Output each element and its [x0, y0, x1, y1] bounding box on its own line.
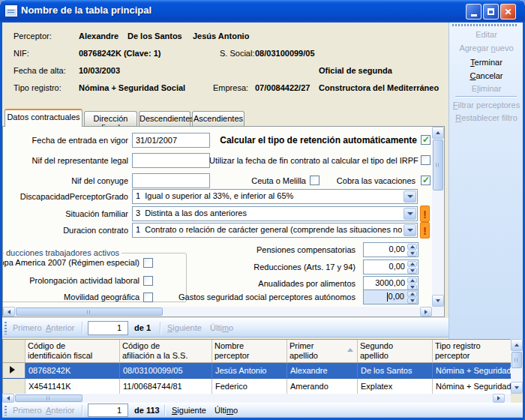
dropdown-button[interactable]	[404, 224, 416, 236]
editar-button[interactable]: Editar	[449, 30, 524, 39]
warning-icon[interactable]: !	[420, 222, 430, 238]
scroll-right-button[interactable]	[493, 394, 505, 403]
pensiones-input[interactable]: 0,00	[363, 242, 418, 257]
vscroll-thumb[interactable]	[512, 352, 522, 368]
column-header-cif[interactable]: Código deidentificaión fiscal	[26, 340, 120, 363]
column-header-tipo-registro[interactable]: Tipo registroperceptor	[433, 340, 512, 363]
nif-conyuge-input[interactable]	[132, 173, 210, 188]
cell-segundo-apellido[interactable]: De los Santos	[358, 363, 433, 379]
agregar-nuevo-button[interactable]: Agregar nuevo	[449, 44, 524, 52]
cell-primer-apellido[interactable]: Amerando	[287, 379, 358, 394]
spin-up-button[interactable]	[407, 244, 417, 250]
tab-descendientes[interactable]: Descendientes	[139, 111, 190, 127]
nav-position-input[interactable]: 1	[88, 404, 128, 417]
column-header-primer-apellido[interactable]: Primerapellido	[287, 340, 358, 363]
cell-nombre[interactable]: Federico	[212, 379, 287, 394]
column-header-afiliacion[interactable]: Código deafiliación a la S.S.	[120, 340, 212, 363]
table-row[interactable]: 08768242K 08/03100099/05 Jesús Antonio A…	[3, 363, 511, 379]
utilizar-fecha-checkbox[interactable]	[421, 155, 430, 165]
reducciones-input[interactable]: 0,00	[363, 260, 418, 274]
cell-afiliacion[interactable]: 08/03100099/05	[120, 363, 212, 379]
ss-label: S. Social:	[220, 49, 254, 58]
scroll-left-button[interactable]	[2, 394, 14, 403]
scroll-left-button[interactable]	[3, 307, 15, 316]
perceptor-name: Alexandre	[79, 32, 118, 40]
anualidades-input[interactable]: 3000,00	[363, 276, 418, 291]
nav-ultimo[interactable]: Último	[214, 406, 238, 415]
restablecer-filtro-button[interactable]: Restablecer filtro	[449, 113, 524, 122]
nav-siguiente[interactable]: Siguiente	[167, 323, 202, 332]
vscroll-thumb[interactable]	[433, 140, 443, 190]
nav-primero[interactable]: Primero	[13, 323, 42, 332]
nav-anterior[interactable]: Anterior	[46, 406, 75, 415]
cell-tipo-registro[interactable]: Nómina + Seguridad Social	[433, 363, 512, 379]
dropdown-button[interactable]	[404, 190, 416, 202]
scroll-down-button[interactable]	[511, 382, 523, 394]
spin-down-button[interactable]	[407, 298, 417, 304]
tab-ascendientes[interactable]: Ascendientes	[192, 111, 244, 127]
scroll-up-button[interactable]	[511, 339, 523, 351]
hscroll-thumb[interactable]	[15, 394, 82, 402]
column-header-segundo-apellido[interactable]: Segundoapellido	[358, 340, 433, 363]
duracion-contrato-label: Duracion contrato	[8, 223, 128, 238]
discapacidad-select[interactable]: 1 Igual o superior al 33%, e inferior al…	[132, 189, 418, 204]
spin-up-button[interactable]	[407, 278, 417, 284]
spin-up-button[interactable]	[407, 291, 417, 297]
titlebar[interactable]: Nombre de la tabla principal ✕	[0, 0, 525, 22]
cobra-vacaciones-checkbox[interactable]	[421, 176, 430, 185]
duracion-contrato-select[interactable]: 1 Contrato o relación de carácter genera…	[132, 223, 418, 238]
situacion-familiar-select[interactable]: 3 Distinta a las dos anteriores	[132, 206, 418, 221]
ceuta-melilla-checkbox[interactable]	[310, 176, 320, 185]
tipo-registro-value: Nómina + Seguridad Social	[79, 83, 185, 92]
nav-primero[interactable]: Primero	[13, 406, 42, 415]
discapacidad-label: DiscapacidadPerceptorGrado	[8, 189, 128, 204]
scroll-right-button[interactable]	[420, 307, 432, 316]
scroll-up-button[interactable]	[432, 127, 444, 139]
cell-tipo-registro[interactable]: Nómina + Seguridad Social	[433, 379, 512, 394]
terminar-button[interactable]: Terminar	[449, 58, 524, 67]
filtrar-perceptores-button[interactable]: Filtrar perceptores	[449, 100, 524, 110]
scroll-down-button[interactable]	[432, 295, 444, 307]
warning-icon[interactable]: !	[420, 206, 430, 222]
nif-conyuge-label: Nif del conyuge	[8, 173, 128, 188]
cell-afiliacion[interactable]: 11/00684744/81	[120, 379, 212, 394]
maximize-button[interactable]	[483, 4, 499, 20]
column-header-nombre[interactable]: Nombreperceptor	[212, 340, 287, 363]
row-selector-cell[interactable]	[3, 363, 26, 379]
nif-representante-input[interactable]	[132, 153, 210, 168]
cancelar-button[interactable]: Cancelar	[449, 71, 524, 80]
current-row-arrow-icon	[10, 366, 15, 374]
cell-cif[interactable]: 08768242K	[26, 363, 120, 379]
close-button[interactable]: ✕	[500, 4, 516, 20]
cell-cif[interactable]: X4541141K	[26, 379, 120, 394]
calc-retencion-checkbox[interactable]	[421, 135, 430, 145]
hscroll-thumb[interactable]	[16, 308, 163, 316]
window-icon[interactable]	[5, 5, 17, 16]
eliminar-button[interactable]: Eliminar	[449, 84, 524, 93]
sidebar-grip[interactable]	[452, 24, 518, 26]
tab-page-datos-contractuales: Fecha de entrada en vigor 31/01/2007 Cal…	[2, 126, 445, 317]
movilidad-label: Movilidad geográfica	[2, 290, 140, 304]
nav-anterior[interactable]: Anterior	[46, 323, 75, 332]
toolbar-grip[interactable]	[4, 322, 7, 334]
table-row[interactable]: X4541141K 11/00684744/81 Federico Ameran…	[3, 379, 511, 394]
cell-nombre[interactable]: Jesús Antonio	[212, 363, 287, 379]
tab-datos-contractuales[interactable]: Datos contractuales	[4, 109, 82, 127]
nav-ultimo[interactable]: Último	[210, 323, 233, 332]
cell-segundo-apellido[interactable]: Explatex	[358, 379, 433, 394]
dropdown-button[interactable]	[404, 208, 416, 220]
tab-direccion-fiscal[interactable]: Dirección fiscal	[84, 111, 137, 127]
nav-position-input[interactable]: 1	[88, 321, 128, 335]
gastos-autonomos-input[interactable]: 0,00	[363, 290, 418, 304]
grid-corner-cell[interactable]	[3, 340, 26, 363]
minimize-button[interactable]	[466, 4, 482, 20]
nav-siguiente[interactable]: Siguiente	[172, 406, 206, 415]
prolongacion-label: Prolongación actividad laboral	[2, 273, 140, 288]
toolbar-grip[interactable]	[4, 406, 7, 416]
spin-down-button[interactable]	[407, 268, 417, 274]
row-selector-cell[interactable]	[3, 379, 26, 394]
anualidades-label: Anualidades por alimentos	[138, 276, 356, 291]
cell-primer-apellido[interactable]: Alexandre	[287, 363, 358, 379]
spin-up-button[interactable]	[407, 261, 417, 267]
spin-down-button[interactable]	[407, 250, 417, 256]
